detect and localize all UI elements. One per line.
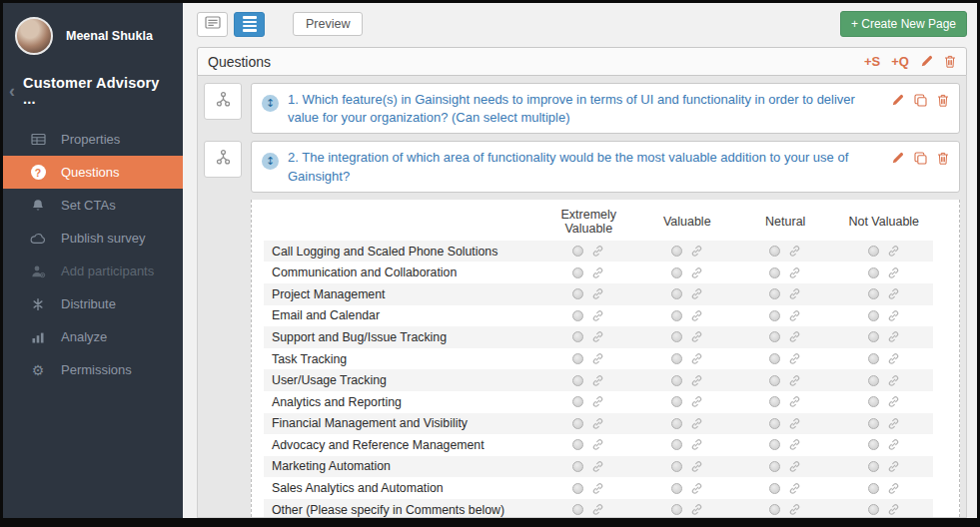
user-profile[interactable]: Meenal Shukla	[3, 12, 183, 67]
radio-button[interactable]	[572, 504, 583, 515]
radio-button[interactable]	[868, 246, 879, 257]
link-icon[interactable]	[591, 309, 604, 322]
edit-icon[interactable]	[920, 55, 933, 68]
radio-button[interactable]	[671, 461, 682, 472]
link-icon[interactable]	[591, 438, 604, 451]
radio-button[interactable]	[769, 353, 780, 364]
link-icon[interactable]	[788, 438, 801, 451]
radio-button[interactable]	[868, 461, 879, 472]
radio-button[interactable]	[572, 331, 583, 342]
radio-button[interactable]	[572, 288, 583, 299]
drag-handle-icon[interactable]: ↕	[262, 153, 279, 170]
sidebar-item-publish-survey[interactable]: Publish survey	[3, 222, 183, 255]
trash-icon[interactable]	[944, 55, 956, 68]
link-icon[interactable]	[690, 503, 703, 516]
create-new-page-button[interactable]: + Create New Page	[840, 11, 967, 37]
radio-button[interactable]	[572, 483, 583, 494]
preview-button[interactable]: Preview	[293, 12, 363, 36]
link-icon[interactable]	[690, 482, 703, 495]
link-icon[interactable]	[591, 374, 604, 387]
radio-button[interactable]	[671, 396, 682, 407]
link-icon[interactable]	[690, 287, 703, 300]
link-icon[interactable]	[788, 287, 801, 300]
question-card-2[interactable]: ↕ 2. The integration of which area of fu…	[251, 141, 960, 192]
radio-button[interactable]	[671, 267, 682, 278]
radio-button[interactable]	[671, 310, 682, 321]
link-icon[interactable]	[887, 460, 900, 473]
copy-icon[interactable]	[914, 152, 927, 165]
add-section-button[interactable]: +S	[864, 54, 880, 69]
radio-button[interactable]	[868, 396, 879, 407]
link-icon[interactable]	[591, 482, 604, 495]
drag-handle-icon[interactable]: ↕	[262, 95, 279, 112]
link-icon[interactable]	[690, 417, 703, 430]
sidebar-item-distribute[interactable]: Distribute	[3, 287, 183, 320]
sidebar-item-properties[interactable]: Properties	[3, 123, 183, 156]
radio-button[interactable]	[671, 331, 682, 342]
sidebar-item-questions[interactable]: ? Questions	[3, 156, 183, 189]
radio-button[interactable]	[868, 331, 879, 342]
radio-button[interactable]	[671, 418, 682, 429]
radio-button[interactable]	[868, 483, 879, 494]
sidebar-item-permissions[interactable]: ⚙ Permissions	[3, 353, 183, 386]
radio-button[interactable]	[572, 375, 583, 386]
link-icon[interactable]	[788, 245, 801, 258]
radio-button[interactable]	[769, 375, 780, 386]
radio-button[interactable]	[769, 246, 780, 257]
radio-button[interactable]	[868, 310, 879, 321]
card-view-button[interactable]	[197, 12, 228, 37]
link-icon[interactable]	[887, 438, 900, 451]
sidebar-item-analyze[interactable]: Analyze	[3, 320, 183, 353]
link-icon[interactable]	[591, 245, 604, 258]
sidebar-item-set-ctas[interactable]: Set CTAs	[3, 189, 183, 222]
link-icon[interactable]	[690, 352, 703, 365]
link-icon[interactable]	[887, 374, 900, 387]
radio-button[interactable]	[769, 418, 780, 429]
copy-icon[interactable]	[914, 94, 927, 107]
radio-button[interactable]	[769, 461, 780, 472]
link-icon[interactable]	[591, 330, 604, 343]
link-icon[interactable]	[788, 266, 801, 279]
link-icon[interactable]	[887, 245, 900, 258]
radio-button[interactable]	[769, 439, 780, 450]
link-icon[interactable]	[887, 287, 900, 300]
link-icon[interactable]	[591, 395, 604, 408]
chevron-left-icon[interactable]: ‹	[9, 82, 15, 100]
link-icon[interactable]	[887, 330, 900, 343]
radio-button[interactable]	[572, 461, 583, 472]
radio-button[interactable]	[868, 439, 879, 450]
radio-button[interactable]	[572, 353, 583, 364]
link-icon[interactable]	[690, 395, 703, 408]
link-icon[interactable]	[690, 245, 703, 258]
radio-button[interactable]	[671, 375, 682, 386]
link-icon[interactable]	[591, 266, 604, 279]
radio-button[interactable]	[671, 439, 682, 450]
radio-button[interactable]	[769, 288, 780, 299]
link-icon[interactable]	[788, 482, 801, 495]
branch-logic-button[interactable]	[204, 141, 242, 178]
link-icon[interactable]	[690, 374, 703, 387]
radio-button[interactable]	[769, 396, 780, 407]
survey-breadcrumb[interactable]: ‹ Customer Advisory ...	[3, 67, 183, 123]
radio-button[interactable]	[769, 504, 780, 515]
edit-icon[interactable]	[891, 152, 904, 165]
link-icon[interactable]	[887, 266, 900, 279]
link-icon[interactable]	[690, 266, 703, 279]
sidebar-item-add-participants[interactable]: Add participants	[3, 255, 183, 287]
radio-button[interactable]	[769, 267, 780, 278]
radio-button[interactable]	[769, 483, 780, 494]
link-icon[interactable]	[690, 438, 703, 451]
list-view-button[interactable]	[234, 12, 265, 37]
radio-button[interactable]	[868, 267, 879, 278]
link-icon[interactable]	[887, 417, 900, 430]
radio-button[interactable]	[769, 331, 780, 342]
link-icon[interactable]	[788, 330, 801, 343]
link-icon[interactable]	[788, 460, 801, 473]
radio-button[interactable]	[868, 288, 879, 299]
branch-logic-button[interactable]	[204, 83, 242, 120]
link-icon[interactable]	[690, 309, 703, 322]
link-icon[interactable]	[788, 309, 801, 322]
trash-icon[interactable]	[937, 152, 949, 165]
radio-button[interactable]	[572, 418, 583, 429]
link-icon[interactable]	[788, 417, 801, 430]
